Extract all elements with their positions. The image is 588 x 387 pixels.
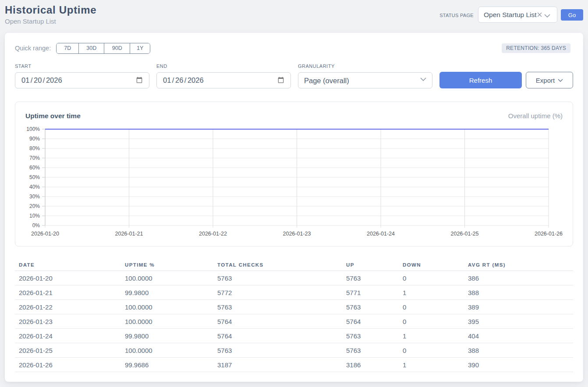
svg-text:40%: 40% [29,184,40,190]
svg-text:80%: 80% [29,145,40,151]
svg-text:90%: 90% [29,136,40,142]
svg-text:2026-01-21: 2026-01-21 [115,231,143,237]
svg-text:50%: 50% [29,174,40,180]
svg-text:2026-01-25: 2026-01-25 [451,231,479,237]
svg-text:10%: 10% [29,213,40,219]
svg-text:2026-01-26: 2026-01-26 [535,231,563,237]
svg-text:20%: 20% [29,203,40,209]
svg-text:2026-01-23: 2026-01-23 [283,231,311,237]
svg-text:70%: 70% [29,155,40,161]
svg-text:60%: 60% [29,165,40,171]
svg-text:2026-01-20: 2026-01-20 [31,231,59,237]
svg-text:100%: 100% [26,126,40,132]
svg-text:0%: 0% [32,222,40,229]
svg-text:2026-01-22: 2026-01-22 [199,231,227,237]
svg-text:30%: 30% [29,194,40,200]
svg-text:2026-01-24: 2026-01-24 [367,231,395,237]
